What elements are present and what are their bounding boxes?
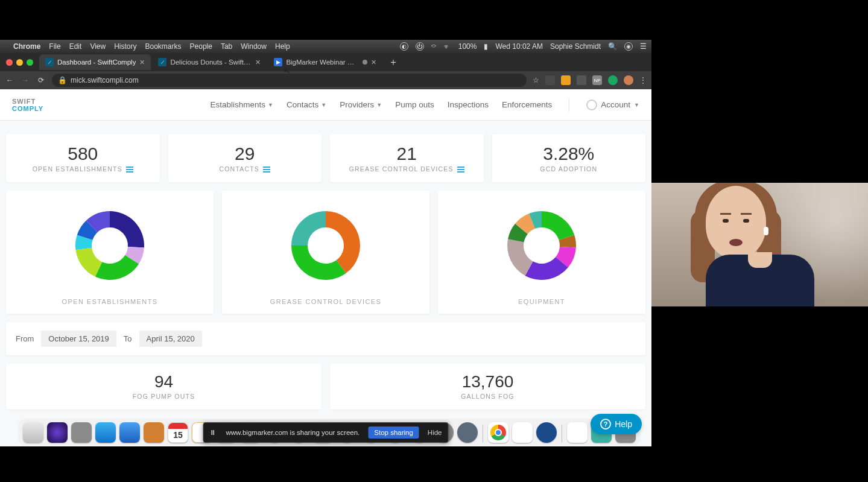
extension-icon[interactable] — [608, 75, 618, 85]
status-icon-2[interactable]: ⏻ — [416, 42, 424, 51]
kpi-gallons-fog[interactable]: 13,760 GALLONS FOG — [330, 364, 645, 410]
secure-lock-icon: 🔒 — [58, 76, 67, 84]
new-tab-button[interactable]: ＋ — [384, 56, 403, 69]
tab-title: BigMarker Webinar Room — [286, 59, 359, 66]
kpi-gcd[interactable]: 21 GREASE CONTROL DEVICES — [330, 134, 484, 182]
window-controls — [4, 59, 38, 66]
close-window-button[interactable] — [6, 59, 13, 66]
nav-pumpouts[interactable]: Pump outs — [395, 100, 434, 109]
extension-icon[interactable] — [577, 75, 586, 85]
spotlight-icon[interactable]: 🔍 — [608, 42, 617, 51]
close-tab-icon[interactable]: ✕ — [371, 59, 376, 66]
user-name[interactable]: Sophie Schmidt — [550, 42, 601, 51]
kpi-fog-pumpouts[interactable]: 94 FOG PUMP OUTS — [6, 364, 322, 410]
nav-enforcements[interactable]: Enforcements — [502, 100, 552, 109]
main-nav: Establishments▼ Contacts▼ Providers▼ Pum… — [43, 98, 639, 112]
battery-text[interactable]: 100% — [458, 42, 477, 51]
menu-edit[interactable]: Edit — [69, 42, 82, 51]
screen-share-bar: ⏸ www.bigmarker.com is sharing your scre… — [203, 422, 448, 443]
chrome-menu-icon[interactable]: ⋮ — [639, 76, 647, 84]
donut-gcd: GREASE CONTROL DEVICES — [222, 191, 429, 314]
bluetooth-icon[interactable]: ⌔ — [431, 42, 436, 51]
donut-chart — [280, 200, 371, 291]
nav-contacts[interactable]: Contacts▼ — [287, 100, 326, 109]
menu-view[interactable]: View — [90, 42, 106, 51]
maximize-window-button[interactable] — [27, 59, 33, 66]
dock-app-contacts[interactable] — [144, 422, 164, 443]
from-label: From — [16, 334, 34, 343]
bottom-kpi-row: 94 FOG PUMP OUTS 13,760 GALLONS FOG — [6, 364, 645, 410]
hide-share-button[interactable]: Hide — [428, 429, 442, 436]
app-name[interactable]: Chrome — [13, 42, 40, 51]
kpi-open-establishments[interactable]: 580 OPEN ESTABLISHMENTS — [6, 134, 160, 182]
dock-app-calendar[interactable]: 15 — [168, 422, 188, 443]
minimize-window-button[interactable] — [16, 59, 23, 66]
tab-title: Dashboard - SwiftComply — [57, 59, 136, 66]
kpi-contacts[interactable]: 29 CONTACTS — [168, 134, 322, 182]
menu-icon[interactable] — [126, 165, 133, 174]
menu-help[interactable]: Help — [275, 42, 290, 51]
menu-history[interactable]: History — [114, 42, 136, 51]
kpi-row: 580 OPEN ESTABLISHMENTS 29 CONTACTS 21 G… — [6, 134, 645, 182]
dock-app-slack[interactable] — [512, 422, 533, 443]
status-icon-1[interactable]: ◐ — [400, 42, 408, 51]
favicon-icon: ⟋ — [158, 58, 166, 66]
dock-app-safari[interactable] — [95, 422, 116, 443]
notification-center-icon[interactable]: ☰ — [640, 42, 647, 51]
dock-app-finder[interactable] — [23, 422, 43, 443]
menu-icon[interactable] — [263, 165, 270, 174]
dock-app-mail[interactable] — [119, 422, 140, 443]
brand-logo[interactable]: SWIFT COMPLY — [12, 98, 43, 112]
help-button[interactable]: ? Help — [591, 414, 642, 434]
dock-app-siri[interactable] — [47, 422, 68, 443]
extension-icon[interactable] — [545, 75, 555, 85]
browser-tab-1[interactable]: ⟋ Dashboard - SwiftComply ✕ — [39, 54, 151, 70]
dock-app-openoffice[interactable] — [536, 422, 557, 443]
account-avatar-icon — [586, 100, 597, 110]
url-text: mick.swiftcompli.com — [71, 76, 139, 84]
menu-tab[interactable]: Tab — [221, 42, 232, 51]
nav-providers[interactable]: Providers▼ — [340, 100, 382, 109]
extension-icon[interactable]: NP — [592, 75, 602, 85]
close-tab-icon[interactable]: ✕ — [139, 59, 145, 66]
clock[interactable]: Wed 10:02 AM — [495, 42, 543, 51]
favicon-icon: ▶ — [274, 58, 282, 66]
pause-icon[interactable]: ⏸ — [209, 429, 217, 436]
menu-people[interactable]: People — [190, 42, 212, 51]
chevron-down-icon: ▼ — [268, 102, 273, 108]
chevron-down-icon: ▼ — [376, 102, 382, 108]
profile-avatar-icon[interactable] — [624, 75, 633, 85]
tab-title: Delicious Donuts - SwiftComp… — [170, 59, 252, 66]
macos-menu-bar: Chrome File Edit View History Bookmarks … — [0, 40, 651, 53]
kpi-adoption[interactable]: 3.28% GCD ADOPTION — [492, 134, 646, 182]
nav-account[interactable]: Account ▼ — [586, 100, 639, 110]
close-tab-icon[interactable]: ✕ — [255, 59, 261, 66]
chevron-down-icon: ▼ — [321, 102, 326, 108]
menu-file[interactable]: File — [49, 42, 60, 51]
menu-window[interactable]: Window — [241, 42, 267, 51]
from-date-input[interactable]: October 15, 2019 — [41, 331, 116, 347]
wifi-icon[interactable]: ᯤ — [443, 42, 451, 51]
forward-button[interactable]: → — [21, 76, 30, 84]
dock-app-doc1[interactable] — [567, 422, 588, 443]
menu-icon[interactable] — [457, 165, 464, 174]
webcam-thumbnail — [651, 183, 868, 306]
app-header: SWIFT COMPLY Establishments▼ Contacts▼ P… — [0, 89, 651, 121]
siri-icon[interactable]: ◉ — [624, 42, 633, 51]
nav-establishments[interactable]: Establishments▼ — [211, 100, 273, 109]
chevron-down-icon: ▼ — [634, 102, 639, 108]
stop-sharing-button[interactable]: Stop sharing — [368, 427, 419, 439]
dock-app-launchpad[interactable] — [71, 422, 92, 443]
bookmark-star-icon[interactable]: ☆ — [533, 76, 539, 84]
browser-tab-2[interactable]: ⟋ Delicious Donuts - SwiftComp… ✕ — [152, 54, 267, 70]
back-button[interactable]: ← — [5, 76, 14, 84]
menu-bookmarks[interactable]: Bookmarks — [145, 42, 182, 51]
dock-app-chrome[interactable] — [488, 422, 508, 443]
dock-app-other[interactable] — [457, 422, 478, 443]
tab-audio-icon — [363, 60, 367, 65]
extension-icon[interactable] — [561, 75, 571, 85]
nav-inspections[interactable]: Inspections — [448, 100, 489, 109]
donut-equipment: EQUIPMENT — [438, 191, 645, 314]
to-date-input[interactable]: April 15, 2020 — [139, 331, 202, 347]
reload-button[interactable]: ⟳ — [36, 76, 46, 84]
